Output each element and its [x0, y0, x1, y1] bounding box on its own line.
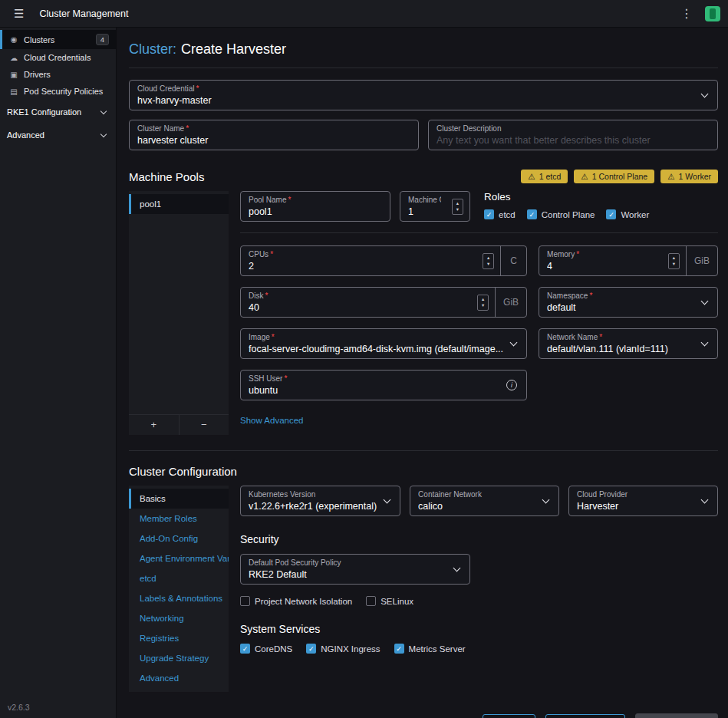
chevron-down-icon	[510, 338, 518, 346]
field-label: Cluster Description	[436, 124, 710, 133]
field-label: Network Name*	[547, 333, 694, 341]
security-heading: Security	[240, 533, 718, 545]
sidebar-item-label: Pod Security Policies	[24, 87, 103, 96]
add-pool-button[interactable]: +	[129, 415, 179, 435]
checkbox-label: SELinux	[380, 597, 413, 606]
cpus-input[interactable]: CPUs* 2 ▴▾ C	[240, 245, 527, 276]
field-label: Cluster Name*	[137, 124, 410, 133]
sidebar-item-pod-security-policies[interactable]: ▤ Pod Security Policies	[0, 83, 116, 100]
field-label: Kubernetes Version	[249, 490, 377, 499]
checkbox-project-network-isolation[interactable]: Project Network Isolation	[240, 596, 352, 606]
machine-count-stepper[interactable]: ▴▾	[452, 199, 463, 215]
config-tab-advanced[interactable]: Advanced	[129, 668, 229, 688]
ssh-user-input[interactable]: SSH User* ubuntu i	[240, 370, 527, 400]
cluster-config-header: Cluster Configuration	[129, 465, 718, 478]
checkbox-checked-icon: ✓	[484, 209, 494, 219]
sidebar-item-cloud-credentials[interactable]: ☁ Cloud Credentials	[0, 49, 116, 66]
config-tab-agent-environment-vars[interactable]: Agent Environment Vars	[129, 548, 229, 568]
field-value: v1.22.6+rke2r1 (experimental)	[249, 501, 377, 512]
checkbox-selinux[interactable]: SELinux	[366, 596, 413, 606]
field-value: 4	[547, 261, 657, 272]
cpus-stepper[interactable]: ▴▾	[483, 253, 494, 269]
user-avatar[interactable]	[705, 6, 720, 21]
config-form: Kubernetes Version v1.22.6+rke2r1 (exper…	[240, 486, 718, 692]
sidebar-item-drivers[interactable]: ▣ Drivers	[0, 66, 116, 83]
kubernetes-version-select[interactable]: Kubernetes Version v1.22.6+rke2r1 (exper…	[240, 486, 400, 516]
checkbox-unchecked-icon	[240, 596, 250, 606]
cancel-button[interactable]: Cancel	[483, 714, 535, 718]
sidebar-item-clusters[interactable]: ◉ Clusters 4	[0, 30, 116, 49]
checkbox-nginx-ingress[interactable]: ✓ NGINX Ingress	[306, 644, 380, 654]
pool-tab-pool1[interactable]: pool1	[129, 194, 229, 214]
chevron-down-icon	[701, 297, 709, 305]
edit-as-yaml-button[interactable]: Edit as YAML	[545, 714, 625, 718]
namespace-select[interactable]: Namespace* default	[539, 287, 718, 318]
cloud-credentials-icon: ☁	[9, 54, 18, 62]
checkbox-metrics-server[interactable]: ✓ Metrics Server	[394, 644, 466, 654]
required-marker: *	[288, 196, 291, 204]
chevron-down-icon	[100, 130, 107, 137]
checkbox-etcd[interactable]: ✓ etcd	[484, 209, 516, 219]
memory-stepper[interactable]: ▴▾	[668, 253, 680, 269]
checkbox-label: Control Plane	[542, 210, 595, 219]
container-network-select[interactable]: Container Network calico	[410, 486, 559, 516]
field-value: 40	[249, 302, 466, 313]
memory-unit-label: GiB	[686, 246, 717, 275]
sidebar-group-rke1-configuration[interactable]: RKE1 Configuration	[0, 101, 116, 123]
pool-name-input[interactable]: Pool Name* pool1	[240, 191, 390, 222]
page-title-prefix: Cluster:	[129, 41, 176, 57]
field-placeholder: Any text you want that better describes …	[436, 135, 710, 146]
show-advanced-link[interactable]: Show Advanced	[240, 416, 303, 425]
network-name-select[interactable]: Network Name* default/vlan.111 (vlanId=1…	[539, 328, 718, 359]
title-divider	[129, 68, 718, 68]
info-icon[interactable]: i	[506, 380, 517, 390]
roles-block: Roles ✓ etcd ✓ Control Plane	[479, 191, 718, 219]
chevron-down-icon	[384, 496, 391, 503]
kebab-menu-icon[interactable]: ⋮	[673, 6, 700, 21]
config-tab-basics[interactable]: Basics	[129, 489, 229, 509]
config-tab-member-roles[interactable]: Member Roles	[129, 509, 229, 529]
config-tab-networking[interactable]: Networking	[129, 608, 229, 628]
image-select[interactable]: Image* focal-server-cloudimg-amd64-disk-…	[240, 328, 527, 359]
cloud-credential-select[interactable]: Cloud Credential* hvx-harvy-master	[129, 80, 718, 110]
cluster-name-input[interactable]: Cluster Name* harvester cluster	[129, 120, 419, 150]
disk-stepper[interactable]: ▴▾	[477, 295, 489, 311]
required-marker: *	[272, 333, 275, 341]
sidebar-item-label: Drivers	[24, 70, 51, 79]
stepper-down-icon: ▾	[673, 261, 675, 267]
checkbox-coredns[interactable]: ✓ CoreDNS	[240, 644, 292, 654]
field-value: default/vlan.111 (vlanId=111)	[547, 344, 694, 354]
menu-icon[interactable]: ☰	[8, 7, 30, 21]
drivers-icon: ▣	[9, 71, 18, 79]
cloud-provider-select[interactable]: Cloud Provider Harvester	[568, 486, 718, 516]
config-tab-add-on-config[interactable]: Add-On Config	[129, 529, 229, 548]
field-value: default	[547, 302, 694, 313]
stepper-up-icon: ▴	[456, 200, 459, 206]
pod-security-policy-select[interactable]: Default Pod Security Policy RKE2 Default	[240, 554, 470, 585]
field-value: pool1	[249, 206, 382, 217]
disk-input[interactable]: Disk* 40 ▴▾ GiB	[240, 287, 527, 318]
chevron-down-icon	[542, 496, 550, 503]
checkbox-label: CoreDNS	[255, 644, 292, 654]
field-label: CPUs*	[249, 250, 472, 259]
cluster-description-input[interactable]: Cluster Description Any text you want th…	[428, 120, 718, 150]
machine-count-input[interactable]: Machine Count* 1 ▴▾	[400, 191, 470, 222]
required-marker: *	[186, 124, 189, 133]
required-marker: *	[576, 250, 579, 259]
memory-input[interactable]: Memory* 4 ▴▾ GiB	[539, 245, 718, 276]
checkbox-worker[interactable]: ✓ Worker	[606, 209, 649, 219]
config-tab-etcd[interactable]: etcd	[129, 568, 229, 588]
checkbox-checked-icon: ✓	[240, 644, 250, 654]
field-label: Container Network	[418, 490, 535, 499]
config-tab-registries[interactable]: Registries	[129, 628, 229, 648]
creating-button[interactable]: Creating...	[635, 713, 718, 718]
field-value: 1	[408, 206, 441, 217]
config-tab-labels-annotations[interactable]: Labels & Annotations	[129, 588, 229, 608]
field-value: hvx-harvy-master	[137, 95, 694, 106]
remove-pool-button[interactable]: −	[179, 415, 229, 435]
checkbox-control-plane[interactable]: ✓ Control Plane	[527, 209, 595, 219]
field-value: 2	[249, 261, 472, 272]
config-tab-upgrade-strategy[interactable]: Upgrade Strategy	[129, 648, 229, 668]
checkbox-checked-icon: ✓	[606, 209, 616, 219]
sidebar-group-advanced[interactable]: Advanced	[0, 124, 116, 146]
